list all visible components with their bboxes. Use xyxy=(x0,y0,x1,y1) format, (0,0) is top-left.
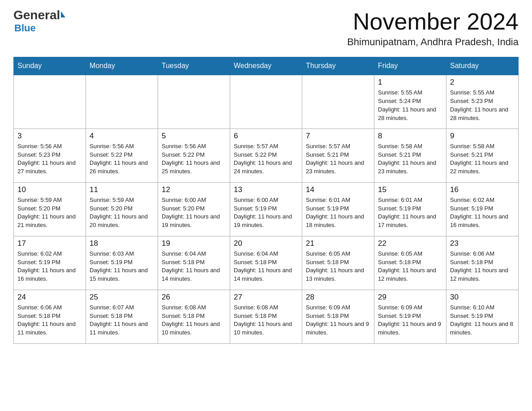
day-number: 3 xyxy=(17,132,82,141)
calendar-cell: 19Sunrise: 6:04 AM Sunset: 5:18 PM Dayli… xyxy=(158,236,230,290)
calendar-cell: 26Sunrise: 6:08 AM Sunset: 5:18 PM Dayli… xyxy=(158,290,230,343)
day-info: Sunrise: 6:06 AM Sunset: 5:18 PM Dayligh… xyxy=(450,250,515,283)
day-number: 1 xyxy=(378,78,442,87)
day-info: Sunrise: 5:59 AM Sunset: 5:20 PM Dayligh… xyxy=(90,196,154,230)
day-info: Sunrise: 5:56 AM Sunset: 5:22 PM Dayligh… xyxy=(162,142,226,176)
day-info: Sunrise: 6:03 AM Sunset: 5:19 PM Dayligh… xyxy=(90,250,154,283)
logo-blue: Blue xyxy=(14,22,36,34)
day-number: 5 xyxy=(162,132,226,141)
calendar-cell xyxy=(14,75,86,128)
calendar-cell: 14Sunrise: 6:01 AM Sunset: 5:19 PM Dayli… xyxy=(302,182,374,236)
day-info: Sunrise: 6:06 AM Sunset: 5:18 PM Dayligh… xyxy=(17,304,82,337)
location-title: Bhimunipatnam, Andhra Pradesh, India xyxy=(347,36,519,48)
day-info: Sunrise: 6:10 AM Sunset: 5:19 PM Dayligh… xyxy=(450,304,515,337)
day-info: Sunrise: 6:05 AM Sunset: 5:18 PM Dayligh… xyxy=(306,250,370,283)
calendar-cell: 20Sunrise: 6:04 AM Sunset: 5:18 PM Dayli… xyxy=(230,236,302,290)
calendar-cell: 18Sunrise: 6:03 AM Sunset: 5:19 PM Dayli… xyxy=(86,236,158,290)
day-number: 11 xyxy=(90,185,154,194)
day-number: 10 xyxy=(17,185,82,194)
day-info: Sunrise: 6:04 AM Sunset: 5:18 PM Dayligh… xyxy=(162,250,226,283)
weekday-monday: Monday xyxy=(86,57,158,75)
day-info: Sunrise: 6:05 AM Sunset: 5:18 PM Dayligh… xyxy=(378,250,442,283)
day-number: 29 xyxy=(378,293,442,302)
calendar-cell: 1Sunrise: 5:55 AM Sunset: 5:24 PM Daylig… xyxy=(374,75,446,128)
day-number: 25 xyxy=(90,293,154,302)
day-info: Sunrise: 5:59 AM Sunset: 5:20 PM Dayligh… xyxy=(17,196,82,230)
day-number: 7 xyxy=(306,132,370,141)
calendar-body: 1Sunrise: 5:55 AM Sunset: 5:24 PM Daylig… xyxy=(14,75,519,343)
day-number: 26 xyxy=(162,293,226,302)
weekday-tuesday: Tuesday xyxy=(158,57,230,75)
month-title: November 2024 xyxy=(347,9,519,34)
day-number: 20 xyxy=(234,239,298,248)
day-number: 15 xyxy=(378,185,442,194)
calendar-cell: 3Sunrise: 5:56 AM Sunset: 5:23 PM Daylig… xyxy=(14,128,86,182)
day-info: Sunrise: 5:55 AM Sunset: 5:24 PM Dayligh… xyxy=(378,89,442,122)
weekday-header-row: SundayMondayTuesdayWednesdayThursdayFrid… xyxy=(14,57,519,75)
day-number: 23 xyxy=(450,239,515,248)
calendar-cell: 30Sunrise: 6:10 AM Sunset: 5:19 PM Dayli… xyxy=(446,290,519,343)
logo-triangle-icon xyxy=(61,11,65,17)
weekday-sunday: Sunday xyxy=(14,57,86,75)
calendar-cell: 21Sunrise: 6:05 AM Sunset: 5:18 PM Dayli… xyxy=(302,236,374,290)
weekday-wednesday: Wednesday xyxy=(230,57,302,75)
calendar-cell: 27Sunrise: 6:08 AM Sunset: 5:18 PM Dayli… xyxy=(230,290,302,343)
day-info: Sunrise: 5:58 AM Sunset: 5:21 PM Dayligh… xyxy=(378,142,442,176)
calendar-cell: 9Sunrise: 5:58 AM Sunset: 5:21 PM Daylig… xyxy=(446,128,519,182)
day-info: Sunrise: 6:04 AM Sunset: 5:18 PM Dayligh… xyxy=(234,250,298,283)
calendar-week-4: 17Sunrise: 6:02 AM Sunset: 5:19 PM Dayli… xyxy=(14,236,519,290)
day-number: 8 xyxy=(378,132,442,141)
calendar-cell: 24Sunrise: 6:06 AM Sunset: 5:18 PM Dayli… xyxy=(14,290,86,343)
calendar-cell: 23Sunrise: 6:06 AM Sunset: 5:18 PM Dayli… xyxy=(446,236,519,290)
calendar-cell: 6Sunrise: 5:57 AM Sunset: 5:22 PM Daylig… xyxy=(230,128,302,182)
day-number: 17 xyxy=(17,239,82,248)
calendar-cell: 10Sunrise: 5:59 AM Sunset: 5:20 PM Dayli… xyxy=(14,182,86,236)
calendar-cell xyxy=(230,75,302,128)
day-number: 22 xyxy=(378,239,442,248)
day-info: Sunrise: 6:08 AM Sunset: 5:18 PM Dayligh… xyxy=(162,304,226,337)
calendar-cell xyxy=(158,75,230,128)
day-info: Sunrise: 6:01 AM Sunset: 5:19 PM Dayligh… xyxy=(378,196,442,230)
calendar-cell: 12Sunrise: 6:00 AM Sunset: 5:20 PM Dayli… xyxy=(158,182,230,236)
day-info: Sunrise: 6:00 AM Sunset: 5:19 PM Dayligh… xyxy=(234,196,298,230)
calendar-cell: 15Sunrise: 6:01 AM Sunset: 5:19 PM Dayli… xyxy=(374,182,446,236)
day-number: 21 xyxy=(306,239,370,248)
calendar-cell: 17Sunrise: 6:02 AM Sunset: 5:19 PM Dayli… xyxy=(14,236,86,290)
day-info: Sunrise: 6:07 AM Sunset: 5:18 PM Dayligh… xyxy=(90,304,154,337)
calendar-week-1: 1Sunrise: 5:55 AM Sunset: 5:24 PM Daylig… xyxy=(14,75,519,128)
calendar-cell: 16Sunrise: 6:02 AM Sunset: 5:19 PM Dayli… xyxy=(446,182,519,236)
day-info: Sunrise: 5:56 AM Sunset: 5:22 PM Dayligh… xyxy=(90,142,154,176)
title-area: November 2024 Bhimunipatnam, Andhra Prad… xyxy=(347,9,519,48)
calendar-cell: 5Sunrise: 5:56 AM Sunset: 5:22 PM Daylig… xyxy=(158,128,230,182)
day-number: 28 xyxy=(306,293,370,302)
day-number: 12 xyxy=(162,185,226,194)
day-number: 14 xyxy=(306,185,370,194)
day-number: 30 xyxy=(450,293,515,302)
day-info: Sunrise: 5:55 AM Sunset: 5:23 PM Dayligh… xyxy=(450,89,515,122)
calendar-week-2: 3Sunrise: 5:56 AM Sunset: 5:23 PM Daylig… xyxy=(14,128,519,182)
calendar-week-3: 10Sunrise: 5:59 AM Sunset: 5:20 PM Dayli… xyxy=(14,182,519,236)
weekday-thursday: Thursday xyxy=(302,57,374,75)
day-number: 13 xyxy=(234,185,298,194)
calendar-week-5: 24Sunrise: 6:06 AM Sunset: 5:18 PM Dayli… xyxy=(14,290,519,343)
calendar-cell: 29Sunrise: 6:09 AM Sunset: 5:19 PM Dayli… xyxy=(374,290,446,343)
calendar-cell: 7Sunrise: 5:57 AM Sunset: 5:21 PM Daylig… xyxy=(302,128,374,182)
calendar-cell: 4Sunrise: 5:56 AM Sunset: 5:22 PM Daylig… xyxy=(86,128,158,182)
calendar-cell xyxy=(86,75,158,128)
day-info: Sunrise: 6:01 AM Sunset: 5:19 PM Dayligh… xyxy=(306,196,370,230)
logo-text: General xyxy=(13,9,65,21)
day-number: 9 xyxy=(450,132,515,141)
day-info: Sunrise: 6:02 AM Sunset: 5:19 PM Dayligh… xyxy=(450,196,515,230)
calendar-header: SundayMondayTuesdayWednesdayThursdayFrid… xyxy=(14,57,519,75)
day-info: Sunrise: 6:09 AM Sunset: 5:19 PM Dayligh… xyxy=(378,304,442,337)
calendar-cell: 2Sunrise: 5:55 AM Sunset: 5:23 PM Daylig… xyxy=(446,75,519,128)
day-number: 2 xyxy=(450,78,515,87)
day-number: 18 xyxy=(90,239,154,248)
day-number: 4 xyxy=(90,132,154,141)
day-info: Sunrise: 5:56 AM Sunset: 5:23 PM Dayligh… xyxy=(17,142,82,176)
calendar-cell: 28Sunrise: 6:09 AM Sunset: 5:18 PM Dayli… xyxy=(302,290,374,343)
day-info: Sunrise: 6:02 AM Sunset: 5:19 PM Dayligh… xyxy=(17,250,82,283)
calendar-cell: 13Sunrise: 6:00 AM Sunset: 5:19 PM Dayli… xyxy=(230,182,302,236)
day-number: 19 xyxy=(162,239,226,248)
page-header: General Blue November 2024 Bhimunipatnam… xyxy=(13,9,519,48)
